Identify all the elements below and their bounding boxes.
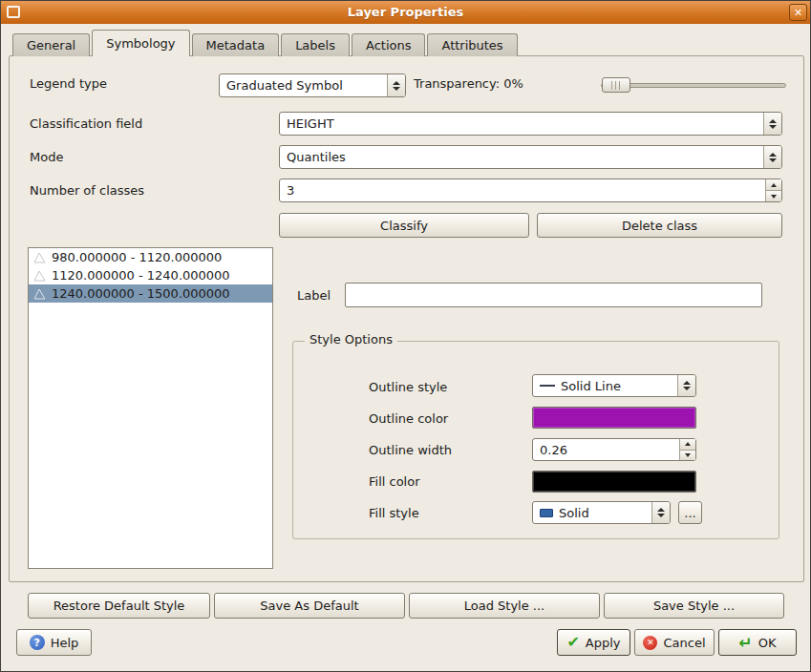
outline-width-spinner[interactable]: 0.26 — [532, 438, 696, 461]
class-list-item[interactable]: 980.000000 - 1120.000000 — [29, 248, 272, 266]
spin-up-button[interactable] — [766, 179, 781, 190]
window-title: Layer Properties — [1, 5, 810, 19]
combo-arrows-icon — [387, 74, 405, 96]
spinner-buttons — [765, 179, 781, 201]
fill-style-combo[interactable]: Solid — [532, 501, 671, 524]
close-icon: ✕ — [794, 7, 802, 19]
combo-arrows-icon — [651, 502, 670, 523]
fill-style-label: Fill style — [369, 506, 419, 520]
combo-arrows-icon — [677, 375, 695, 396]
class-list[interactable]: 980.000000 - 1120.000000 1120.000000 - 1… — [28, 247, 273, 569]
fill-style-value: Solid — [559, 506, 589, 520]
style-options-title: Style Options — [305, 332, 397, 346]
outline-width-value: 0.26 — [533, 439, 679, 460]
label-field-label: Label — [297, 288, 331, 303]
apply-button-label: Apply — [586, 636, 621, 650]
fill-color-label: Fill color — [369, 474, 420, 489]
mode-combo[interactable]: Quantiles — [279, 145, 782, 169]
legend-type-label: Legend type — [30, 76, 107, 91]
transparency-label: Transparency: 0% — [414, 76, 523, 91]
solid-fill-icon — [540, 509, 553, 517]
number-of-classes-spinner[interactable]: 3 — [279, 178, 782, 202]
class-range-label: 1120.000000 - 1240.000000 — [52, 268, 230, 283]
ok-button-label: OK — [758, 636, 777, 650]
outline-style-value: Solid Line — [561, 379, 621, 393]
classification-field-value: HEIGHT — [280, 113, 763, 135]
cancel-button[interactable]: ✕ Cancel — [634, 629, 715, 656]
outline-color-label: Outline color — [369, 411, 448, 426]
spinner-buttons — [679, 439, 695, 460]
number-of-classes-value: 3 — [280, 179, 765, 201]
close-button[interactable]: ✕ — [789, 4, 807, 21]
class-list-item[interactable]: 1240.000000 - 1500.000000 — [29, 284, 272, 303]
style-options-group: Style Options Outline style Solid Line O… — [292, 341, 779, 539]
spin-up-button[interactable] — [680, 439, 695, 450]
tab-symbology[interactable]: Symbology — [92, 30, 189, 56]
tab-metadata[interactable]: Metadata — [192, 33, 280, 56]
legend-type-combo[interactable]: Graduated Symbol — [219, 74, 406, 97]
titlebar[interactable]: Layer Properties ✕ — [1, 1, 810, 24]
outline-style-label: Outline style — [369, 380, 447, 394]
outline-color-button[interactable] — [532, 407, 696, 429]
help-button[interactable]: ? Help — [16, 629, 92, 656]
help-icon: ? — [30, 635, 45, 650]
cancel-button-label: Cancel — [663, 636, 705, 650]
save-as-default-button[interactable]: Save As Default — [214, 593, 405, 619]
mode-label: Mode — [30, 150, 63, 164]
classification-field-combo[interactable]: HEIGHT — [279, 112, 782, 136]
tab-bar: General Symbology Metadata Labels Action… — [12, 30, 520, 56]
classify-button[interactable]: Classify — [279, 213, 529, 238]
fill-color-button[interactable] — [532, 471, 696, 493]
label-input[interactable] — [345, 283, 762, 307]
number-of-classes-label: Number of classes — [30, 183, 144, 198]
outline-style-text: Solid Line — [533, 375, 677, 396]
cancel-x-icon: ✕ — [643, 636, 657, 650]
class-symbol-icon — [32, 287, 47, 301]
legend-type-value: Graduated Symbol — [220, 74, 387, 96]
ok-button[interactable]: ↵ OK — [718, 629, 797, 656]
tab-labels[interactable]: Labels — [281, 33, 350, 56]
apply-button[interactable]: ✔ Apply — [557, 629, 630, 656]
solid-line-icon — [540, 385, 555, 387]
delete-class-button[interactable]: Delete class — [537, 213, 782, 238]
save-style-button[interactable]: Save Style ... — [604, 593, 784, 619]
tab-attributes[interactable]: Attributes — [427, 33, 517, 56]
combo-arrows-icon — [763, 146, 781, 168]
apply-check-icon: ✔ — [566, 635, 579, 650]
tab-actions[interactable]: Actions — [352, 33, 426, 56]
mode-value: Quantiles — [280, 146, 763, 168]
class-range-label: 1240.000000 - 1500.000000 — [52, 286, 230, 301]
spin-down-button[interactable] — [680, 450, 695, 461]
outline-width-label: Outline width — [369, 443, 452, 457]
layer-properties-dialog: Layer Properties ✕ General Symbology Met… — [0, 0, 811, 672]
class-range-label: 980.000000 - 1120.000000 — [52, 250, 222, 264]
transparency-slider-handle[interactable] — [602, 77, 630, 93]
slider-grip-icon — [611, 81, 622, 90]
ok-enter-icon: ↵ — [738, 635, 752, 651]
help-button-label: Help — [51, 636, 79, 650]
tab-general[interactable]: General — [12, 33, 90, 56]
load-style-button[interactable]: Load Style ... — [409, 593, 600, 619]
restore-default-style-button[interactable]: Restore Default Style — [28, 593, 210, 619]
classification-field-label: Classification field — [30, 116, 142, 131]
class-list-item[interactable]: 1120.000000 - 1240.000000 — [29, 266, 272, 284]
fill-style-more-button[interactable]: ... — [678, 501, 702, 524]
spin-down-button[interactable] — [766, 190, 781, 201]
class-symbol-icon — [32, 251, 47, 264]
class-symbol-icon — [32, 269, 47, 283]
outline-style-combo[interactable]: Solid Line — [532, 374, 696, 397]
combo-arrows-icon — [763, 113, 781, 135]
fill-style-text: Solid — [533, 502, 651, 523]
